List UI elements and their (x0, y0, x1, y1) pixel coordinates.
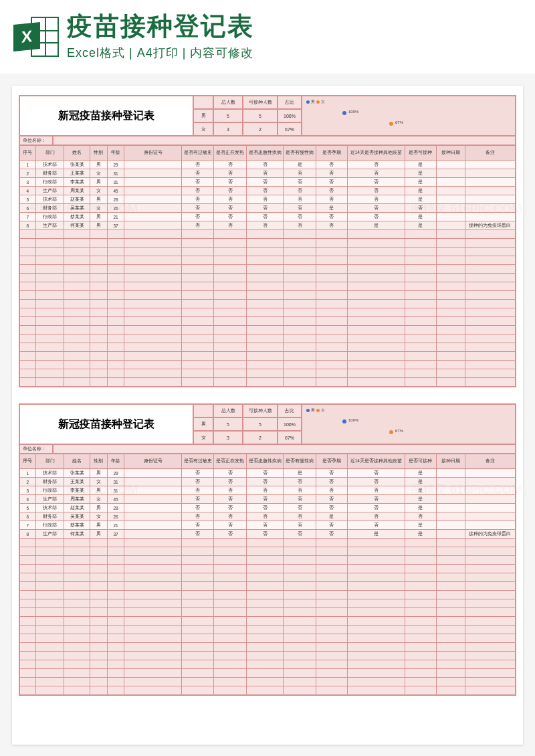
table-cell[interactable] (20, 539, 36, 547)
table-cell[interactable] (182, 573, 214, 582)
table-cell[interactable] (90, 274, 108, 282)
table-cell[interactable] (182, 678, 214, 686)
table-cell[interactable] (436, 308, 465, 317)
table-cell[interactable]: 否 (316, 161, 347, 169)
table-cell[interactable] (405, 361, 436, 369)
table-cell[interactable] (316, 361, 347, 369)
table-cell[interactable] (316, 686, 347, 695)
table-cell[interactable] (316, 539, 347, 547)
table-cell[interactable] (316, 378, 347, 387)
table-cell[interactable] (465, 495, 515, 504)
table-cell[interactable] (182, 308, 214, 317)
table-cell[interactable] (35, 617, 64, 626)
table-cell[interactable] (246, 378, 284, 387)
table-cell[interactable] (107, 608, 124, 617)
table-cell[interactable]: 接种的为免疫球蛋白 (465, 221, 515, 230)
table-cell[interactable] (316, 599, 347, 608)
table-cell[interactable] (20, 230, 36, 239)
table-cell[interactable] (347, 265, 405, 274)
table-cell[interactable] (316, 669, 347, 678)
table-cell[interactable] (436, 512, 465, 521)
table-cell[interactable] (64, 265, 90, 274)
table-cell[interactable]: 周某某 (64, 187, 90, 195)
table-cell[interactable] (436, 573, 465, 582)
table-cell[interactable] (64, 591, 90, 599)
table-cell[interactable] (436, 187, 465, 195)
table-cell[interactable]: 生产部 (35, 221, 64, 230)
table-cell[interactable]: 否 (284, 204, 316, 213)
table-cell[interactable]: 否 (284, 521, 316, 530)
table-cell[interactable] (64, 291, 90, 300)
table-cell[interactable] (64, 239, 90, 248)
table-cell[interactable]: 否 (316, 469, 347, 478)
table-cell[interactable] (214, 343, 246, 352)
table-cell[interactable]: 否 (347, 469, 405, 478)
table-cell[interactable] (436, 378, 465, 387)
table-cell[interactable] (465, 230, 515, 239)
table-cell[interactable] (64, 248, 90, 256)
table-cell[interactable] (246, 230, 284, 239)
table-cell[interactable] (124, 643, 182, 652)
table-cell[interactable]: 是 (405, 169, 436, 178)
table-cell[interactable] (182, 335, 214, 343)
table-cell[interactable] (20, 282, 36, 291)
table-cell[interactable] (64, 660, 90, 669)
table-cell[interactable]: 张某某 (64, 161, 90, 169)
table-cell[interactable] (436, 582, 465, 591)
table-cell[interactable] (64, 643, 90, 652)
table-cell[interactable] (124, 521, 182, 530)
table-cell[interactable]: 否 (316, 530, 347, 539)
table-cell[interactable]: 何某某 (64, 221, 90, 230)
table-cell[interactable] (284, 678, 316, 686)
table-cell[interactable] (90, 660, 108, 669)
table-cell[interactable] (64, 539, 90, 547)
table-cell[interactable] (124, 230, 182, 239)
table-cell[interactable] (182, 686, 214, 695)
table-cell[interactable] (436, 556, 465, 565)
table-cell[interactable]: 赵某某 (64, 504, 90, 512)
table-cell[interactable] (20, 634, 36, 643)
table-cell[interactable]: 否 (284, 178, 316, 187)
table-cell[interactable]: 否 (284, 221, 316, 230)
table-cell[interactable] (284, 556, 316, 565)
table-cell[interactable] (465, 352, 515, 361)
table-cell[interactable] (405, 599, 436, 608)
table-cell[interactable] (35, 291, 64, 300)
table-cell[interactable]: 否 (347, 486, 405, 495)
table-cell[interactable] (64, 686, 90, 695)
table-cell[interactable]: 否 (347, 187, 405, 195)
table-cell[interactable] (124, 274, 182, 282)
table-cell[interactable] (405, 652, 436, 660)
table-cell[interactable]: 否 (246, 178, 284, 187)
table-cell[interactable] (64, 599, 90, 608)
table-cell[interactable] (35, 599, 64, 608)
table-cell[interactable] (64, 634, 90, 643)
table-cell[interactable]: 否 (182, 478, 214, 486)
table-cell[interactable]: 技术部 (35, 161, 64, 169)
unit-value[interactable] (53, 136, 516, 145)
table-cell[interactable]: 3 (20, 178, 36, 187)
table-cell[interactable] (436, 282, 465, 291)
table-cell[interactable] (465, 204, 515, 213)
table-cell[interactable] (90, 308, 108, 317)
table-cell[interactable] (20, 369, 36, 378)
table-cell[interactable] (90, 565, 108, 573)
table-cell[interactable]: 是 (405, 478, 436, 486)
table-cell[interactable] (20, 378, 36, 387)
table-cell[interactable]: 否 (347, 478, 405, 486)
table-cell[interactable] (284, 547, 316, 556)
table-cell[interactable] (246, 248, 284, 256)
table-cell[interactable]: 否 (316, 221, 347, 230)
table-cell[interactable] (284, 256, 316, 265)
table-cell[interactable] (465, 326, 515, 335)
table-cell[interactable] (20, 599, 36, 608)
table-cell[interactable]: 28 (107, 195, 124, 204)
table-cell[interactable] (35, 678, 64, 686)
table-cell[interactable] (35, 239, 64, 248)
table-cell[interactable] (405, 230, 436, 239)
table-cell[interactable]: 蔡某某 (64, 521, 90, 530)
table-cell[interactable] (214, 378, 246, 387)
table-cell[interactable]: 3 (20, 486, 36, 495)
table-cell[interactable]: 否 (182, 204, 214, 213)
table-cell[interactable] (20, 352, 36, 361)
